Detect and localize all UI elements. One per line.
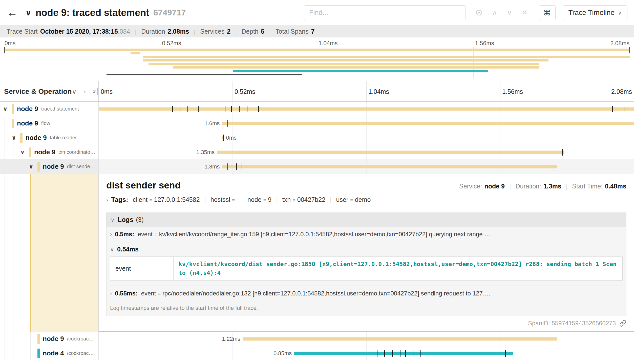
tags-label: Tags: <box>111 196 128 204</box>
span-row[interactable]: ∨node 9dist sender send1.3ms <box>0 159 634 174</box>
log-event-tick <box>242 163 242 170</box>
service-name: node 9 <box>43 335 64 343</box>
span-row[interactable]: ∨node 9table reader0ms <box>0 131 634 145</box>
service-name: node 9 <box>17 105 38 113</box>
trace-title: node 9: traced statement <box>35 7 149 18</box>
meta-separator: | <box>509 183 511 190</box>
operation-name: /cockroach.roachpb.I... <box>67 350 96 356</box>
span-name-cell: ∨node 9txn coordinator send <box>0 145 99 159</box>
minimap-scrubber-handle[interactable] <box>629 47 630 53</box>
minimap-gridline <box>161 47 161 78</box>
trace-summary-items: Trace StartOctober 15 2020, 17:38:15.084… <box>7 28 315 35</box>
equals-sign: = <box>232 197 235 203</box>
summary-separator: | <box>269 29 271 35</box>
summary-separator: | <box>135 29 137 35</box>
summary-item: Depth5 <box>242 28 265 35</box>
log-entry[interactable]: ›0.5ms:event=kv/kvclient/kvcoord/range_i… <box>110 227 623 242</box>
equals-sign: = <box>350 197 353 203</box>
service-color-chip <box>12 119 14 128</box>
keyboard-shortcuts-button[interactable]: ⌘ <box>539 5 556 20</box>
expand-chevron-icon[interactable]: ∨ <box>20 149 26 156</box>
indent-guide <box>22 174 22 332</box>
log-event-tick <box>236 163 237 170</box>
span-row[interactable]: ∨node 9traced statement <box>0 102 634 116</box>
timeline-ruler: 0ms0.52ms1.04ms1.56ms2.08ms <box>99 81 634 101</box>
expand-chevron-icon[interactable]: ∨ <box>29 163 35 170</box>
operation-name: flow <box>41 120 96 126</box>
minimap-tick-label: 0.52ms <box>162 40 181 47</box>
span-bar[interactable] <box>99 107 634 111</box>
span-timeline-cell[interactable]: 1.22ms <box>99 332 634 346</box>
timeline-gridline <box>366 131 367 145</box>
page-header: ← ∨ node 9: traced statement 6749717 ∧ ∨… <box>0 0 634 25</box>
prev-match-icon[interactable]: ∧ <box>492 9 497 16</box>
log-event-tick <box>239 106 240 112</box>
log-fields-table: eventkv/kvclient/kvcoord/dist_sender.go:… <box>110 256 623 281</box>
tag-item: client=127.0.0.1:54582 <box>133 196 200 203</box>
span-timeline-cell[interactable] <box>99 102 634 116</box>
minimap-tick-label: 2.08ms <box>610 40 629 47</box>
span-duration-label: 1.22ms <box>222 336 240 342</box>
log-entry-header[interactable]: ∨0.54ms <box>110 246 623 253</box>
expand-one-icon[interactable]: › <box>84 88 86 95</box>
meta-value: 0.48ms <box>605 183 626 190</box>
span-row[interactable]: node 9flow1.6ms <box>0 116 634 131</box>
span-duration-label: 1.6ms <box>204 120 220 127</box>
trace-id: 6749717 <box>153 8 186 17</box>
minimap-scrubber-handle[interactable] <box>4 47 5 53</box>
ruler-tick-label: 0ms <box>101 88 113 95</box>
trace-title-collapse-icon[interactable]: ∨ <box>25 8 31 17</box>
collapse-all-icon[interactable]: ∨ <box>72 88 77 95</box>
log-event-tick <box>225 106 225 112</box>
minimap-tick-label: 1.04ms <box>319 40 337 47</box>
minimap-span-bar <box>143 59 548 61</box>
span-bar[interactable] <box>222 122 634 125</box>
tags-accordion[interactable]: › Tags: client=127.0.0.1:54582|hostssl=|… <box>106 196 626 209</box>
equals-sign: = <box>292 197 295 203</box>
expand-chevron-icon[interactable]: ∨ <box>12 135 18 141</box>
next-match-icon[interactable]: ∨ <box>507 9 512 16</box>
span-detail-header: dist sender send Service:node 9|Duration… <box>106 180 626 191</box>
summary-value: 2 <box>227 28 230 35</box>
span-bar[interactable] <box>217 151 564 154</box>
span-name-cell: ∨node 9traced statement <box>0 102 99 116</box>
summary-label: Services <box>200 28 224 35</box>
log-field-key: event <box>138 231 153 238</box>
span-timeline-cell[interactable]: 1.35ms <box>99 145 634 159</box>
span-row[interactable]: node 4/cockroach.roachpb.I...0.85ms <box>0 346 634 360</box>
span-timeline-cell[interactable]: 0ms <box>99 131 634 145</box>
operation-name: /cockroach.roachpb.I... <box>67 336 96 342</box>
view-selector-button[interactable]: Trace Timeline ∨ <box>563 5 628 20</box>
find-input[interactable] <box>304 5 466 20</box>
logs-header[interactable]: ∨ Logs (3) <box>107 213 626 227</box>
summary-value-fraction: .084 <box>118 28 130 35</box>
deep-link-icon[interactable] <box>619 320 626 327</box>
clear-search-icon[interactable]: ✕ <box>522 9 527 16</box>
log-event-tick <box>180 106 180 112</box>
back-button[interactable]: ← <box>7 7 18 18</box>
span-timeline-cell[interactable]: 1.6ms <box>99 116 634 131</box>
span-id: SpanID: 5597415943526560273 <box>528 320 616 327</box>
find-nav: ∧ ∨ ✕ <box>475 9 527 16</box>
span-timeline-cell[interactable]: 0.85ms <box>99 346 634 360</box>
summary-item: Total Spans7 <box>276 28 315 35</box>
log-entry[interactable]: ›0.55ms:event=rpc/nodedialer/nodedialer.… <box>110 286 623 301</box>
operation-name: table reader <box>50 135 96 141</box>
log-event-tick <box>187 106 188 112</box>
minimap-gridline <box>473 47 474 78</box>
minimap-canvas[interactable] <box>4 47 630 78</box>
span-timeline-cell[interactable]: 1.3ms <box>99 159 634 174</box>
span-bar[interactable] <box>243 337 557 340</box>
meta-value: node 9 <box>484 183 505 190</box>
span-bar[interactable] <box>222 165 557 168</box>
span-duration-label: 1.35ms <box>196 149 215 156</box>
span-bar[interactable] <box>294 352 513 355</box>
chevron-right-icon: › <box>110 231 112 238</box>
span-row[interactable]: ∨node 9txn coordinator send1.35ms <box>0 145 634 159</box>
span-row[interactable]: node 9/cockroach.roachpb.I...1.22ms <box>0 332 634 346</box>
expand-chevron-icon[interactable]: ∨ <box>3 106 9 112</box>
service-name: node 9 <box>17 119 38 127</box>
service-color-chip <box>20 133 23 143</box>
column-resizer[interactable] <box>96 88 98 95</box>
summary-value: 5 <box>261 28 264 35</box>
